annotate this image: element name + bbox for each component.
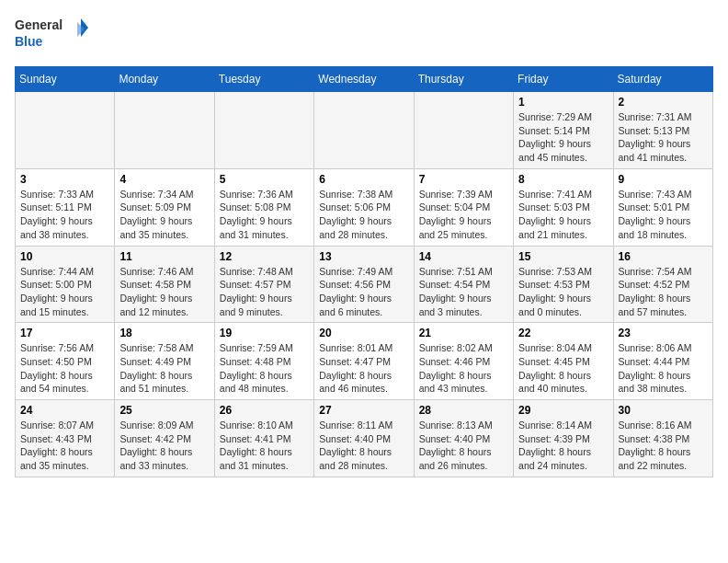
calendar-cell: 10Sunrise: 7:44 AMSunset: 5:00 PMDayligh… bbox=[16, 246, 115, 323]
cell-info: Sunrise: 8:11 AMSunset: 4:40 PMDaylight:… bbox=[319, 419, 408, 473]
column-header-sunday: Sunday bbox=[16, 67, 115, 92]
day-number: 26 bbox=[220, 404, 309, 417]
calendar-week-row: 10Sunrise: 7:44 AMSunset: 5:00 PMDayligh… bbox=[16, 246, 713, 323]
cell-info: Sunrise: 7:33 AMSunset: 5:11 PMDaylight:… bbox=[20, 188, 109, 242]
day-number: 1 bbox=[518, 96, 608, 109]
day-number: 29 bbox=[518, 404, 608, 417]
cell-info: Sunrise: 7:38 AMSunset: 5:06 PMDaylight:… bbox=[319, 188, 408, 242]
calendar-cell: 13Sunrise: 7:49 AMSunset: 4:56 PMDayligh… bbox=[314, 246, 414, 323]
cell-info: Sunrise: 7:53 AMSunset: 4:53 PMDaylight:… bbox=[518, 265, 608, 319]
calendar-cell: 6Sunrise: 7:38 AMSunset: 5:06 PMDaylight… bbox=[314, 168, 414, 246]
day-number: 14 bbox=[419, 250, 508, 263]
cell-info: Sunrise: 7:43 AMSunset: 5:01 PMDaylight:… bbox=[619, 188, 708, 242]
day-number: 19 bbox=[220, 327, 309, 339]
day-number: 16 bbox=[619, 250, 708, 263]
day-number: 13 bbox=[319, 250, 408, 263]
calendar-cell bbox=[16, 92, 115, 169]
cell-info: Sunrise: 7:44 AMSunset: 5:00 PMDaylight:… bbox=[20, 265, 109, 319]
cell-info: Sunrise: 7:59 AMSunset: 4:48 PMDaylight:… bbox=[220, 341, 309, 396]
cell-info: Sunrise: 8:16 AMSunset: 4:38 PMDaylight:… bbox=[619, 419, 708, 473]
day-number: 15 bbox=[518, 250, 608, 263]
cell-info: Sunrise: 7:49 AMSunset: 4:56 PMDaylight:… bbox=[319, 265, 408, 319]
cell-info: Sunrise: 7:29 AMSunset: 5:14 PMDaylight:… bbox=[518, 110, 608, 165]
cell-info: Sunrise: 7:54 AMSunset: 4:52 PMDaylight:… bbox=[619, 265, 708, 319]
calendar-cell: 11Sunrise: 7:46 AMSunset: 4:58 PMDayligh… bbox=[115, 246, 214, 323]
day-number: 10 bbox=[20, 250, 109, 263]
day-number: 12 bbox=[220, 250, 309, 263]
calendar-week-row: 24Sunrise: 8:07 AMSunset: 4:43 PMDayligh… bbox=[16, 400, 713, 477]
cell-info: Sunrise: 7:31 AMSunset: 5:13 PMDaylight:… bbox=[619, 110, 708, 165]
day-number: 25 bbox=[119, 404, 209, 417]
calendar-cell: 5Sunrise: 7:36 AMSunset: 5:08 PMDaylight… bbox=[214, 168, 313, 246]
cell-info: Sunrise: 8:01 AMSunset: 4:47 PMDaylight:… bbox=[319, 341, 408, 396]
day-number: 6 bbox=[319, 173, 408, 186]
calendar-cell: 3Sunrise: 7:33 AMSunset: 5:11 PMDaylight… bbox=[16, 168, 115, 246]
day-number: 4 bbox=[119, 173, 209, 186]
day-number: 24 bbox=[20, 404, 109, 417]
calendar-cell bbox=[314, 92, 414, 169]
calendar-cell: 1Sunrise: 7:29 AMSunset: 5:14 PMDaylight… bbox=[514, 92, 613, 169]
day-number: 3 bbox=[20, 173, 109, 186]
calendar-cell: 9Sunrise: 7:43 AMSunset: 5:01 PMDaylight… bbox=[613, 168, 712, 246]
calendar-header-row: SundayMondayTuesdayWednesdayThursdayFrid… bbox=[16, 67, 713, 92]
cell-info: Sunrise: 8:07 AMSunset: 4:43 PMDaylight:… bbox=[20, 419, 109, 473]
cell-info: Sunrise: 7:36 AMSunset: 5:08 PMDaylight:… bbox=[220, 188, 309, 242]
calendar-cell: 4Sunrise: 7:34 AMSunset: 5:09 PMDaylight… bbox=[115, 168, 214, 246]
day-number: 28 bbox=[419, 404, 508, 417]
calendar-cell: 25Sunrise: 8:09 AMSunset: 4:42 PMDayligh… bbox=[115, 400, 214, 477]
day-number: 27 bbox=[319, 404, 408, 417]
day-number: 8 bbox=[518, 173, 608, 186]
calendar-cell: 24Sunrise: 8:07 AMSunset: 4:43 PMDayligh… bbox=[16, 400, 115, 477]
calendar-cell: 19Sunrise: 7:59 AMSunset: 4:48 PMDayligh… bbox=[214, 323, 313, 400]
calendar-cell: 17Sunrise: 7:56 AMSunset: 4:50 PMDayligh… bbox=[16, 323, 115, 400]
calendar-cell: 7Sunrise: 7:39 AMSunset: 5:04 PMDaylight… bbox=[414, 168, 513, 246]
svg-text:Blue: Blue bbox=[15, 34, 43, 49]
calendar-cell: 26Sunrise: 8:10 AMSunset: 4:41 PMDayligh… bbox=[214, 400, 313, 477]
calendar-cell: 16Sunrise: 7:54 AMSunset: 4:52 PMDayligh… bbox=[613, 246, 712, 323]
column-header-tuesday: Tuesday bbox=[214, 67, 313, 92]
cell-info: Sunrise: 8:09 AMSunset: 4:42 PMDaylight:… bbox=[119, 419, 209, 473]
cell-info: Sunrise: 7:41 AMSunset: 5:03 PMDaylight:… bbox=[518, 188, 608, 242]
calendar-cell: 20Sunrise: 8:01 AMSunset: 4:47 PMDayligh… bbox=[314, 323, 414, 400]
column-header-friday: Friday bbox=[514, 67, 613, 92]
day-number: 5 bbox=[220, 173, 309, 186]
calendar-cell: 18Sunrise: 7:58 AMSunset: 4:49 PMDayligh… bbox=[115, 323, 214, 400]
calendar-cell bbox=[214, 92, 313, 169]
calendar-cell: 2Sunrise: 7:31 AMSunset: 5:13 PMDaylight… bbox=[613, 92, 712, 169]
calendar-week-row: 3Sunrise: 7:33 AMSunset: 5:11 PMDaylight… bbox=[16, 168, 713, 246]
day-number: 22 bbox=[518, 327, 608, 339]
logo: General Blue bbox=[15, 15, 88, 55]
day-number: 30 bbox=[619, 404, 708, 417]
cell-info: Sunrise: 7:51 AMSunset: 4:54 PMDaylight:… bbox=[419, 265, 508, 319]
cell-info: Sunrise: 7:56 AMSunset: 4:50 PMDaylight:… bbox=[20, 341, 109, 396]
column-header-monday: Monday bbox=[115, 67, 214, 92]
cell-info: Sunrise: 7:48 AMSunset: 4:57 PMDaylight:… bbox=[220, 265, 309, 319]
cell-info: Sunrise: 7:46 AMSunset: 4:58 PMDaylight:… bbox=[119, 265, 209, 319]
day-number: 17 bbox=[20, 327, 109, 339]
calendar-cell: 8Sunrise: 7:41 AMSunset: 5:03 PMDaylight… bbox=[514, 168, 613, 246]
day-number: 2 bbox=[619, 96, 708, 109]
column-header-saturday: Saturday bbox=[613, 67, 712, 92]
cell-info: Sunrise: 8:14 AMSunset: 4:39 PMDaylight:… bbox=[518, 419, 608, 473]
calendar-week-row: 1Sunrise: 7:29 AMSunset: 5:14 PMDaylight… bbox=[16, 92, 713, 169]
day-number: 11 bbox=[119, 250, 209, 263]
calendar-cell: 29Sunrise: 8:14 AMSunset: 4:39 PMDayligh… bbox=[514, 400, 613, 477]
cell-info: Sunrise: 8:02 AMSunset: 4:46 PMDaylight:… bbox=[419, 341, 508, 396]
svg-text:General: General bbox=[15, 17, 63, 32]
cell-info: Sunrise: 7:39 AMSunset: 5:04 PMDaylight:… bbox=[419, 188, 508, 242]
day-number: 20 bbox=[319, 327, 408, 339]
column-header-thursday: Thursday bbox=[414, 67, 513, 92]
day-number: 9 bbox=[619, 173, 708, 186]
calendar-cell: 15Sunrise: 7:53 AMSunset: 4:53 PMDayligh… bbox=[514, 246, 613, 323]
calendar-week-row: 17Sunrise: 7:56 AMSunset: 4:50 PMDayligh… bbox=[16, 323, 713, 400]
day-number: 18 bbox=[119, 327, 209, 339]
calendar-cell: 12Sunrise: 7:48 AMSunset: 4:57 PMDayligh… bbox=[214, 246, 313, 323]
calendar-cell: 21Sunrise: 8:02 AMSunset: 4:46 PMDayligh… bbox=[414, 323, 513, 400]
calendar-cell: 22Sunrise: 8:04 AMSunset: 4:45 PMDayligh… bbox=[514, 323, 613, 400]
calendar-table: SundayMondayTuesdayWednesdayThursdayFrid… bbox=[15, 66, 713, 477]
day-number: 21 bbox=[419, 327, 508, 339]
column-header-wednesday: Wednesday bbox=[314, 67, 414, 92]
logo-svg: General Blue bbox=[15, 15, 88, 55]
calendar-cell: 14Sunrise: 7:51 AMSunset: 4:54 PMDayligh… bbox=[414, 246, 513, 323]
calendar-cell: 23Sunrise: 8:06 AMSunset: 4:44 PMDayligh… bbox=[613, 323, 712, 400]
